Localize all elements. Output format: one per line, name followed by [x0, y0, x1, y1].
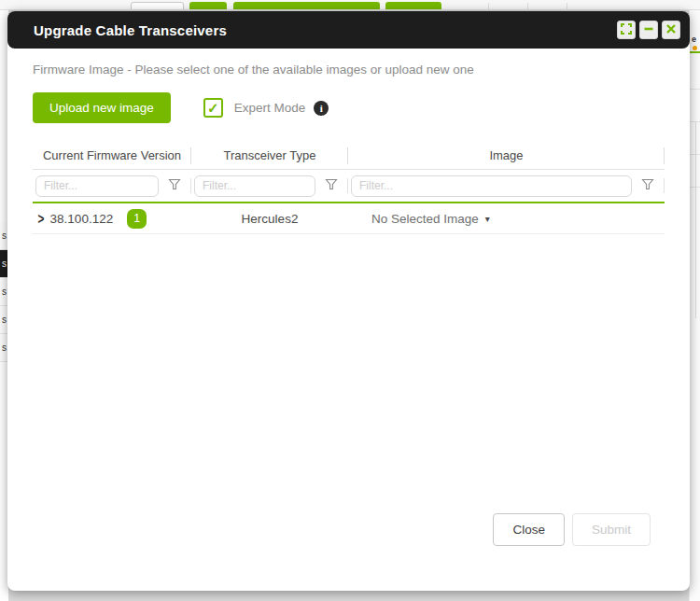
maximize-button[interactable]	[617, 21, 636, 39]
table-filter-row	[33, 170, 665, 203]
upload-new-image-button[interactable]: Upload new image	[33, 92, 171, 123]
image-select-dropdown[interactable]: No Selected Image ▾	[371, 212, 490, 226]
background-right-strip: e	[689, 10, 700, 601]
expert-mode-checkbox[interactable]: ✓	[203, 98, 223, 118]
background-column-line	[695, 122, 696, 318]
close-button[interactable]	[662, 21, 680, 39]
background-row-label: s	[2, 259, 7, 269]
window-controls	[617, 21, 680, 39]
dialog-title: Upgrade Cable Transceivers	[34, 22, 227, 38]
funnel-icon	[641, 178, 654, 193]
column-header-current-firmware-version[interactable]: Current Firmware Version	[33, 148, 191, 162]
transceiver-type-filter-button[interactable]	[325, 178, 338, 193]
count-badge: 1	[127, 209, 147, 229]
background-row-label: s	[2, 287, 7, 297]
background-partial-button	[131, 2, 184, 10]
image-filter-button[interactable]	[641, 178, 654, 193]
table-header-row: Current Firmware Version Transceiver Typ…	[33, 142, 665, 170]
background-edge-label: e	[692, 35, 696, 44]
background-top-strip	[0, 0, 700, 10]
transceiver-type-cell: Hercules2	[191, 212, 348, 226]
funnel-icon	[325, 178, 338, 193]
upgrade-cable-transceivers-dialog: Upgrade Cable Transceivers	[7, 11, 690, 591]
dialog-titlebar: Upgrade Cable Transceivers	[7, 11, 690, 49]
close-icon	[665, 23, 677, 37]
firmware-version-cell: > 38.100.122 1	[33, 209, 191, 229]
background-row-label: s	[2, 314, 7, 325]
background-partial-button	[189, 2, 227, 10]
info-icon[interactable]: i	[314, 101, 329, 116]
expert-mode-label: Expert Mode	[234, 101, 306, 115]
firmware-image-description: Firmware Image - Please select one of th…	[33, 49, 665, 77]
filter-cell	[191, 175, 348, 197]
funnel-icon	[168, 178, 181, 193]
table-row[interactable]: > 38.100.122 1 Hercules2 No Selected Ima…	[33, 203, 665, 234]
background-divider	[488, 3, 489, 10]
image-filter-input[interactable]	[351, 175, 632, 197]
background-partial-button	[385, 2, 441, 10]
image-cell: No Selected Image ▾	[348, 212, 665, 226]
column-header-image[interactable]: Image	[348, 148, 665, 162]
column-header-transceiver-type[interactable]: Transceiver Type	[191, 148, 348, 162]
maximize-icon	[621, 23, 632, 37]
dialog-body: Firmware Image - Please select one of th…	[7, 49, 690, 591]
image-select-value: No Selected Image	[371, 212, 479, 226]
firmware-version-filter-input[interactable]	[35, 175, 159, 197]
transceivers-table: Current Firmware Version Transceiver Typ…	[33, 142, 665, 234]
transceiver-type-filter-input[interactable]	[194, 175, 315, 197]
checkmark-icon: ✓	[207, 100, 219, 117]
screen: s s s s s e Upgrade Cable Transceivers	[0, 0, 700, 601]
background-orange-dot	[693, 46, 697, 50]
minimize-icon	[643, 23, 654, 37]
background-divider	[527, 3, 528, 10]
info-glyph: i	[320, 103, 323, 114]
background-divider	[567, 3, 567, 10]
background-row-label: s	[2, 342, 7, 353]
background-row-line	[690, 89, 700, 90]
minimize-button[interactable]	[639, 21, 658, 39]
background-partial-button	[233, 2, 380, 10]
background-green-line	[690, 51, 700, 53]
firmware-version-value: 38.100.122	[50, 212, 114, 226]
close-dialog-button[interactable]: Close	[493, 513, 565, 546]
firmware-version-filter-button[interactable]	[168, 178, 181, 193]
row-expander-icon[interactable]: >	[37, 210, 44, 228]
controls-row: Upload new image ✓ Expert Mode i	[33, 92, 665, 123]
submit-button[interactable]: Submit	[572, 513, 651, 546]
filter-cell	[33, 175, 191, 197]
filter-cell	[348, 175, 665, 197]
chevron-down-icon: ▾	[485, 214, 490, 224]
dialog-footer: Close Submit	[493, 513, 651, 546]
background-row-label: s	[2, 231, 7, 241]
